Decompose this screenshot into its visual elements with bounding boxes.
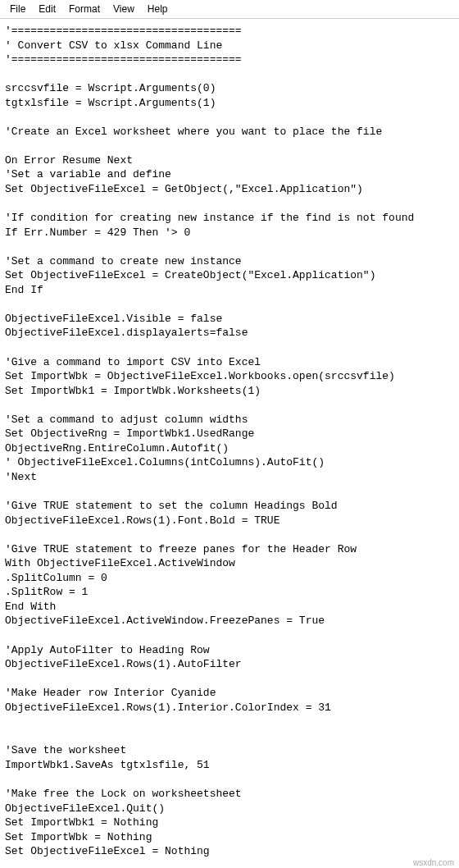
menu-help[interactable]: Help [141,2,175,16]
menu-edit[interactable]: Edit [32,2,62,16]
menu-view[interactable]: View [107,2,141,16]
watermark: wsxdn.com [413,858,454,867]
menubar: File Edit Format View Help [0,0,459,19]
menu-file[interactable]: File [3,2,32,16]
menu-format[interactable]: Format [62,2,107,16]
text-editor-area[interactable]: '==================================== ' … [0,19,459,868]
